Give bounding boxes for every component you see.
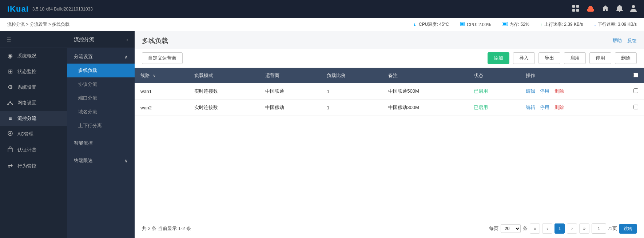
row-checkbox-1[interactable]	[633, 105, 638, 109]
col-action: 操作	[520, 68, 628, 83]
submenu-item-port-split[interactable]: 端口分流	[67, 91, 135, 105]
next-page-btn[interactable]: ›	[567, 223, 577, 234]
sidebar-item-system-settings[interactable]: ⚙ 系统设置	[0, 79, 67, 95]
svg-rect-3	[576, 9, 579, 12]
delete-btn-1[interactable]: 删除	[554, 105, 564, 110]
cell-checkbox	[628, 100, 644, 116]
svg-line-12	[8, 102, 10, 104]
page-size-select[interactable]: 20 50 100	[501, 224, 521, 233]
home-icon[interactable]	[602, 5, 609, 14]
delete-btn-0[interactable]: 删除	[554, 88, 564, 94]
cell-status: 已启用	[468, 83, 520, 100]
first-page-btn[interactable]: «	[530, 223, 540, 234]
submenu-collapse-icon[interactable]: ‹	[126, 37, 128, 43]
submenu-item-multi-line-load[interactable]: 多线负载	[67, 64, 135, 77]
cell-actions: 编辑 停用 删除	[520, 100, 628, 116]
current-page-btn[interactable]: 1	[554, 223, 565, 234]
page-title: 多线负载	[142, 36, 168, 45]
import-button[interactable]: 导入	[513, 52, 535, 64]
enable-button[interactable]: 启用	[564, 52, 586, 64]
behavior-icon: ⇄	[7, 162, 14, 169]
add-button[interactable]: 添加	[488, 52, 509, 64]
cell-note: 中国联通500M	[382, 83, 468, 100]
submenu-section-header-terminal-limit[interactable]: 终端限速 ∨	[67, 154, 135, 168]
cell-status: 已启用	[468, 100, 520, 116]
submenu-section-label-smart-flow: 智能流控	[74, 140, 93, 146]
cell-load-ratio: 1	[321, 83, 382, 100]
sidebar-item-flow-control[interactable]: ≡ 流控分流	[0, 111, 67, 126]
submenu-section-chevron-flow-split: ∧	[124, 54, 128, 60]
flow-icon: ≡	[7, 115, 14, 122]
sidebar-item-system-overview[interactable]: ◉ 系统概况	[0, 48, 67, 64]
export-button[interactable]: 导出	[538, 52, 560, 64]
statusbar: 流控分流 > 分流设置 > 多线负载 🌡 CPU温度: 45°C CPU: 2.…	[0, 18, 644, 31]
mem-value: 内存: 52%	[509, 21, 529, 28]
disable-btn-0[interactable]: 停用	[540, 88, 549, 94]
content-title-bar: 多线负载 帮助 反馈	[135, 31, 644, 49]
cpu-icon	[460, 21, 465, 28]
download-value: 下行速率: 3.09 KB/s	[598, 21, 637, 28]
edit-btn-1[interactable]: 编辑	[526, 105, 535, 110]
edit-btn-0[interactable]: 编辑	[526, 88, 535, 94]
sidebar-label-flow-control: 流控分流	[17, 115, 36, 122]
help-link[interactable]: 帮助	[612, 37, 622, 44]
pagination-controls: 每页 20 50 100 条 « ‹ 1 › » /1页 跳转	[489, 223, 637, 234]
upload-stat: ↑ 上行速率: 2.39 KB/s	[540, 21, 583, 28]
col-status: 状态	[468, 68, 520, 83]
table-row: wan2 实时连接数 中国移动 1 中国移动300M 已启用 编辑 停用 删除	[135, 100, 644, 116]
sidebar-item-network-settings[interactable]: 网络设置	[0, 95, 67, 111]
cell-load-mode: 实时连接数	[188, 83, 259, 100]
topbar: iKuai 3.5.10 x64 Build202110131033	[0, 0, 644, 18]
toolbar: 自定义运营商 添加 导入 导出 启用 停用 删除	[135, 49, 644, 68]
sidebar-item-auth-billing[interactable]: 认证计费	[0, 142, 67, 158]
logo-text: iKuai	[7, 4, 29, 14]
last-page-btn[interactable]: »	[579, 223, 589, 234]
svg-line-13	[10, 102, 12, 104]
settings-icon: ⚙	[7, 84, 14, 90]
submenu: 流控分流 ‹ 分流设置 ∧ 多线负载 协议分流 端口分流 域名分流 上下行分离	[67, 31, 135, 238]
submenu-header: 流控分流 ‹	[67, 31, 135, 48]
disable-btn-1[interactable]: 停用	[540, 105, 549, 110]
sidebar-toggle[interactable]: ☰	[0, 31, 67, 48]
page-jump-input[interactable]	[592, 223, 606, 234]
sidebar: ☰ ◉ 系统概况 ⊞ 状态监控 ⚙ 系统设置 网络设置 ≡ 流控分流	[0, 31, 67, 238]
ac-icon	[7, 130, 14, 138]
sidebar-label-behavior-control: 行为管控	[17, 163, 36, 169]
submenu-section-header-smart-flow[interactable]: 智能流控	[67, 136, 135, 150]
user-icon[interactable]	[630, 5, 637, 14]
disable-button[interactable]: 停用	[589, 52, 611, 64]
table-container: 线路 ∨ 负载模式 运营商 负载比例 备注 状态 操作	[135, 68, 644, 219]
prev-page-btn[interactable]: ‹	[542, 223, 552, 234]
submenu-section-header-flow-split[interactable]: 分流设置 ∧	[67, 50, 135, 64]
cpu-temp-stat: 🌡 CPU温度: 45°C	[413, 21, 449, 28]
row-checkbox-0[interactable]	[633, 88, 638, 93]
sort-icon-line[interactable]: ∨	[153, 73, 156, 78]
logo-area: iKuai 3.5.10 x64 Build202110131033	[7, 4, 93, 14]
cloud-icon[interactable]	[587, 5, 595, 13]
bell-icon[interactable]	[616, 5, 623, 14]
sidebar-item-behavior-control[interactable]: ⇄ 行为管控	[0, 158, 67, 174]
cpu-stat: CPU: 2.00%	[460, 21, 491, 28]
submenu-item-protocol-split[interactable]: 协议分流	[67, 77, 135, 91]
data-table: 线路 ∨ 负载模式 运营商 负载比例 备注 状态 操作	[135, 68, 644, 116]
grid-icon[interactable]	[572, 5, 579, 14]
sidebar-item-ac-management[interactable]: AC管理	[0, 126, 67, 142]
submenu-section-label-flow-split: 分流设置	[74, 53, 93, 60]
table-row: wan1 实时连接数 中国联通 1 中国联通500M 已启用 编辑 停用 删除	[135, 83, 644, 100]
sidebar-label-network-settings: 网络设置	[17, 100, 36, 106]
submenu-section-terminal-limit: 终端限速 ∨	[67, 152, 135, 169]
submenu-item-domain-split[interactable]: 域名分流	[67, 105, 135, 119]
submenu-item-updown-sep[interactable]: 上下行分离	[67, 119, 135, 133]
custom-isp-button[interactable]: 自定义运营商	[142, 52, 183, 64]
sidebar-item-status-monitor[interactable]: ⊞ 状态监控	[0, 64, 67, 79]
cell-note: 中国移动300M	[382, 100, 468, 116]
cell-actions: 编辑 停用 删除	[520, 83, 628, 100]
select-all-checkbox[interactable]	[633, 73, 638, 77]
jump-button[interactable]: 跳转	[619, 224, 637, 234]
feedback-link[interactable]: 反馈	[627, 37, 637, 44]
auth-icon	[7, 146, 14, 154]
col-checkbox-header	[628, 68, 644, 83]
col-load-ratio: 负载比例	[321, 68, 382, 83]
delete-button[interactable]: 删除	[615, 52, 637, 64]
svg-rect-8	[503, 23, 506, 25]
